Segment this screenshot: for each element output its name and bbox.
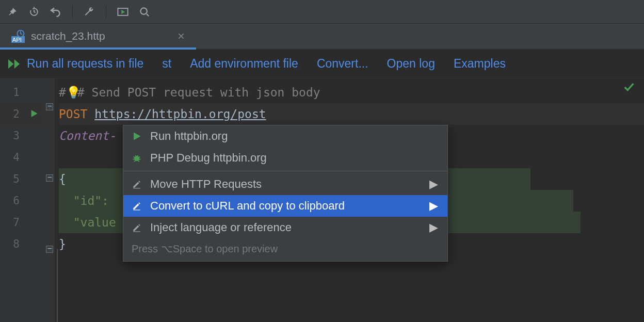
api-file-icon: API bbox=[11, 29, 25, 43]
bug-icon bbox=[131, 153, 143, 163]
http-action-bar: Run all requests in file st Add environm… bbox=[0, 50, 644, 78]
line-number: 7 bbox=[0, 212, 44, 233]
search-icon[interactable] bbox=[137, 5, 152, 19]
fold-toggle-icon[interactable] bbox=[46, 103, 53, 110]
wrench-icon[interactable] bbox=[82, 5, 96, 19]
edit-icon bbox=[131, 223, 143, 232]
edit-icon bbox=[131, 201, 143, 211]
add-env-button[interactable]: Add environment file bbox=[190, 57, 298, 71]
svg-point-1 bbox=[140, 8, 147, 14]
line-number: 6 bbox=[0, 190, 44, 212]
code-text: # bbox=[59, 86, 66, 99]
inspection-ok-icon[interactable] bbox=[623, 82, 635, 96]
fold-toggle-icon[interactable] bbox=[46, 174, 53, 182]
run-config-icon[interactable] bbox=[116, 5, 130, 19]
examples-button[interactable]: Examples bbox=[454, 57, 506, 71]
close-icon[interactable] bbox=[178, 30, 185, 42]
svg-text:API: API bbox=[12, 37, 22, 43]
fold-toggle-icon[interactable] bbox=[46, 246, 53, 253]
run-all-label: Run all requests in file bbox=[27, 57, 143, 71]
submenu-arrow-icon: ▶ bbox=[429, 178, 438, 191]
play-icon bbox=[131, 132, 143, 141]
convert-button[interactable]: Convert... bbox=[317, 57, 368, 71]
undo-icon[interactable] bbox=[49, 5, 63, 19]
st-button[interactable]: st bbox=[162, 57, 171, 71]
edit-icon bbox=[131, 180, 143, 189]
code-token-key: "value bbox=[59, 216, 116, 229]
code-token-header: Content- bbox=[59, 129, 116, 142]
history-icon[interactable] bbox=[27, 5, 41, 19]
menu-label: PHP Debug httpbin.org bbox=[150, 151, 267, 165]
main-toolbar bbox=[0, 0, 644, 24]
code-token-method: POST bbox=[59, 107, 87, 121]
submenu-arrow-icon: ▶ bbox=[429, 199, 438, 213]
menu-inject-language[interactable]: Inject language or reference ▶ bbox=[123, 217, 447, 238]
gutter-run-icon[interactable] bbox=[30, 103, 38, 125]
tab-label: scratch_23.http bbox=[31, 30, 105, 42]
indent-guide bbox=[57, 249, 58, 322]
menu-run[interactable]: Run httpbin.org bbox=[123, 125, 447, 147]
line-number: 5 bbox=[0, 168, 44, 190]
menu-label: Run httpbin.org bbox=[150, 130, 228, 143]
menu-hint: Press ⌥Space to open preview bbox=[123, 238, 447, 261]
run-all-icon bbox=[8, 58, 22, 70]
code-token-brace: { bbox=[59, 172, 66, 186]
menu-php-debug[interactable]: PHP Debug httpbin.org bbox=[123, 147, 447, 169]
tab-bar: API scratch_23.http bbox=[0, 24, 644, 50]
code-token-brace: } bbox=[59, 237, 66, 251]
line-number: 3 bbox=[0, 125, 44, 147]
menu-label: Inject language or reference bbox=[150, 221, 292, 234]
menu-convert-curl[interactable]: Convert to cURL and copy to clipboard ▶ bbox=[123, 195, 447, 217]
menu-label: Convert to cURL and copy to clipboard bbox=[150, 199, 345, 213]
code-text: # Send POST request with json body bbox=[77, 86, 320, 99]
line-number: 8 bbox=[0, 233, 44, 255]
line-number: 1 bbox=[0, 82, 44, 103]
run-all-button[interactable]: Run all requests in file bbox=[8, 57, 143, 71]
menu-separator bbox=[123, 171, 447, 171]
code-token-key: "id": bbox=[59, 194, 109, 207]
menu-label: Move HTTP Requests bbox=[150, 178, 262, 191]
code-token-url[interactable]: https://httpbin.org/post bbox=[94, 107, 266, 121]
open-log-button[interactable]: Open log bbox=[387, 57, 435, 71]
svg-point-5 bbox=[134, 156, 139, 161]
line-number: 2 bbox=[0, 103, 44, 125]
context-menu: Run httpbin.org PHP Debug httpbin.org Mo… bbox=[123, 125, 448, 262]
toolbar-separator bbox=[72, 5, 73, 19]
line-number: 4 bbox=[0, 147, 44, 168]
tab-scratch-http[interactable]: API scratch_23.http bbox=[0, 24, 196, 49]
bulb-icon[interactable]: 💡 bbox=[66, 82, 77, 103]
line-gutter: 1 2 3 4 5 6 7 8 bbox=[0, 78, 44, 322]
pin-icon[interactable] bbox=[5, 5, 20, 19]
submenu-arrow-icon: ▶ bbox=[429, 221, 438, 234]
toolbar-separator bbox=[106, 5, 106, 19]
menu-move-requests[interactable]: Move HTTP Requests ▶ bbox=[123, 173, 447, 195]
fold-column bbox=[44, 78, 55, 322]
